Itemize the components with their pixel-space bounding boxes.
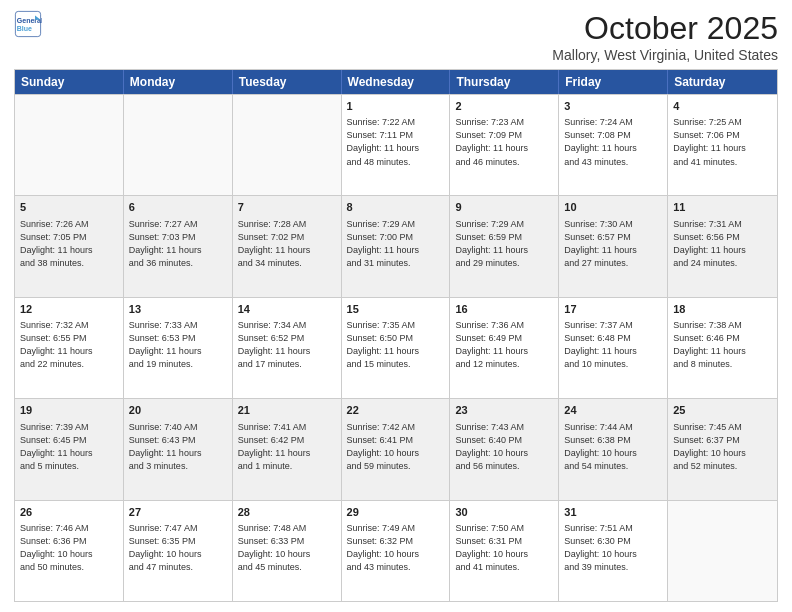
weekday-header: Friday [559,70,668,94]
cell-details: Sunrise: 7:37 AM Sunset: 6:48 PM Dayligh… [564,319,662,371]
calendar-cell: 15Sunrise: 7:35 AM Sunset: 6:50 PM Dayli… [342,298,451,398]
cell-details: Sunrise: 7:25 AM Sunset: 7:06 PM Dayligh… [673,116,772,168]
calendar-cell: 23Sunrise: 7:43 AM Sunset: 6:40 PM Dayli… [450,399,559,499]
logo-icon: General Blue [14,10,42,38]
cell-details: Sunrise: 7:41 AM Sunset: 6:42 PM Dayligh… [238,421,336,473]
cell-details: Sunrise: 7:47 AM Sunset: 6:35 PM Dayligh… [129,522,227,574]
weekday-header: Sunday [15,70,124,94]
calendar-body: 1Sunrise: 7:22 AM Sunset: 7:11 PM Daylig… [15,94,777,601]
cell-details: Sunrise: 7:48 AM Sunset: 6:33 PM Dayligh… [238,522,336,574]
calendar-cell: 31Sunrise: 7:51 AM Sunset: 6:30 PM Dayli… [559,501,668,601]
calendar-cell: 26Sunrise: 7:46 AM Sunset: 6:36 PM Dayli… [15,501,124,601]
calendar-row: 12Sunrise: 7:32 AM Sunset: 6:55 PM Dayli… [15,297,777,398]
calendar-cell: 27Sunrise: 7:47 AM Sunset: 6:35 PM Dayli… [124,501,233,601]
calendar-cell: 18Sunrise: 7:38 AM Sunset: 6:46 PM Dayli… [668,298,777,398]
day-number: 30 [455,505,553,520]
day-number: 14 [238,302,336,317]
cell-details: Sunrise: 7:24 AM Sunset: 7:08 PM Dayligh… [564,116,662,168]
day-number: 10 [564,200,662,215]
calendar-cell: 20Sunrise: 7:40 AM Sunset: 6:43 PM Dayli… [124,399,233,499]
calendar-cell: 21Sunrise: 7:41 AM Sunset: 6:42 PM Dayli… [233,399,342,499]
calendar-row: 1Sunrise: 7:22 AM Sunset: 7:11 PM Daylig… [15,94,777,195]
cell-details: Sunrise: 7:29 AM Sunset: 7:00 PM Dayligh… [347,218,445,270]
cell-details: Sunrise: 7:45 AM Sunset: 6:37 PM Dayligh… [673,421,772,473]
calendar-cell: 6Sunrise: 7:27 AM Sunset: 7:03 PM Daylig… [124,196,233,296]
calendar-cell: 3Sunrise: 7:24 AM Sunset: 7:08 PM Daylig… [559,95,668,195]
month-title: October 2025 [552,10,778,47]
day-number: 3 [564,99,662,114]
day-number: 28 [238,505,336,520]
day-number: 4 [673,99,772,114]
calendar-cell: 11Sunrise: 7:31 AM Sunset: 6:56 PM Dayli… [668,196,777,296]
cell-details: Sunrise: 7:39 AM Sunset: 6:45 PM Dayligh… [20,421,118,473]
calendar-cell: 22Sunrise: 7:42 AM Sunset: 6:41 PM Dayli… [342,399,451,499]
empty-cell [668,501,777,601]
svg-text:General: General [17,17,42,24]
svg-rect-0 [15,11,40,36]
page: General Blue October 2025 Mallory, West … [0,0,792,612]
cell-details: Sunrise: 7:46 AM Sunset: 6:36 PM Dayligh… [20,522,118,574]
day-number: 8 [347,200,445,215]
cell-details: Sunrise: 7:36 AM Sunset: 6:49 PM Dayligh… [455,319,553,371]
calendar-cell: 9Sunrise: 7:29 AM Sunset: 6:59 PM Daylig… [450,196,559,296]
day-number: 6 [129,200,227,215]
cell-details: Sunrise: 7:23 AM Sunset: 7:09 PM Dayligh… [455,116,553,168]
cell-details: Sunrise: 7:34 AM Sunset: 6:52 PM Dayligh… [238,319,336,371]
cell-details: Sunrise: 7:31 AM Sunset: 6:56 PM Dayligh… [673,218,772,270]
empty-cell [15,95,124,195]
cell-details: Sunrise: 7:42 AM Sunset: 6:41 PM Dayligh… [347,421,445,473]
calendar-cell: 16Sunrise: 7:36 AM Sunset: 6:49 PM Dayli… [450,298,559,398]
weekday-header: Thursday [450,70,559,94]
calendar-cell: 28Sunrise: 7:48 AM Sunset: 6:33 PM Dayli… [233,501,342,601]
calendar-header: SundayMondayTuesdayWednesdayThursdayFrid… [15,70,777,94]
cell-details: Sunrise: 7:28 AM Sunset: 7:02 PM Dayligh… [238,218,336,270]
title-block: October 2025 Mallory, West Virginia, Uni… [552,10,778,63]
empty-cell [124,95,233,195]
day-number: 12 [20,302,118,317]
svg-text:Blue: Blue [17,25,32,32]
calendar: SundayMondayTuesdayWednesdayThursdayFrid… [14,69,778,602]
day-number: 27 [129,505,227,520]
calendar-cell: 5Sunrise: 7:26 AM Sunset: 7:05 PM Daylig… [15,196,124,296]
cell-details: Sunrise: 7:26 AM Sunset: 7:05 PM Dayligh… [20,218,118,270]
logo: General Blue [14,10,42,38]
day-number: 1 [347,99,445,114]
calendar-cell: 29Sunrise: 7:49 AM Sunset: 6:32 PM Dayli… [342,501,451,601]
header: General Blue October 2025 Mallory, West … [14,10,778,63]
calendar-cell: 17Sunrise: 7:37 AM Sunset: 6:48 PM Dayli… [559,298,668,398]
cell-details: Sunrise: 7:40 AM Sunset: 6:43 PM Dayligh… [129,421,227,473]
calendar-cell: 25Sunrise: 7:45 AM Sunset: 6:37 PM Dayli… [668,399,777,499]
calendar-cell: 7Sunrise: 7:28 AM Sunset: 7:02 PM Daylig… [233,196,342,296]
cell-details: Sunrise: 7:30 AM Sunset: 6:57 PM Dayligh… [564,218,662,270]
weekday-header: Wednesday [342,70,451,94]
day-number: 26 [20,505,118,520]
weekday-header: Saturday [668,70,777,94]
day-number: 13 [129,302,227,317]
calendar-cell: 10Sunrise: 7:30 AM Sunset: 6:57 PM Dayli… [559,196,668,296]
weekday-header: Tuesday [233,70,342,94]
calendar-cell: 13Sunrise: 7:33 AM Sunset: 6:53 PM Dayli… [124,298,233,398]
day-number: 23 [455,403,553,418]
calendar-cell: 2Sunrise: 7:23 AM Sunset: 7:09 PM Daylig… [450,95,559,195]
calendar-cell: 1Sunrise: 7:22 AM Sunset: 7:11 PM Daylig… [342,95,451,195]
empty-cell [233,95,342,195]
day-number: 31 [564,505,662,520]
cell-details: Sunrise: 7:44 AM Sunset: 6:38 PM Dayligh… [564,421,662,473]
calendar-cell: 4Sunrise: 7:25 AM Sunset: 7:06 PM Daylig… [668,95,777,195]
day-number: 20 [129,403,227,418]
day-number: 29 [347,505,445,520]
cell-details: Sunrise: 7:38 AM Sunset: 6:46 PM Dayligh… [673,319,772,371]
day-number: 21 [238,403,336,418]
location: Mallory, West Virginia, United States [552,47,778,63]
day-number: 25 [673,403,772,418]
weekday-header: Monday [124,70,233,94]
cell-details: Sunrise: 7:27 AM Sunset: 7:03 PM Dayligh… [129,218,227,270]
cell-details: Sunrise: 7:29 AM Sunset: 6:59 PM Dayligh… [455,218,553,270]
day-number: 9 [455,200,553,215]
cell-details: Sunrise: 7:22 AM Sunset: 7:11 PM Dayligh… [347,116,445,168]
day-number: 17 [564,302,662,317]
calendar-cell: 8Sunrise: 7:29 AM Sunset: 7:00 PM Daylig… [342,196,451,296]
day-number: 18 [673,302,772,317]
calendar-cell: 19Sunrise: 7:39 AM Sunset: 6:45 PM Dayli… [15,399,124,499]
calendar-cell: 24Sunrise: 7:44 AM Sunset: 6:38 PM Dayli… [559,399,668,499]
